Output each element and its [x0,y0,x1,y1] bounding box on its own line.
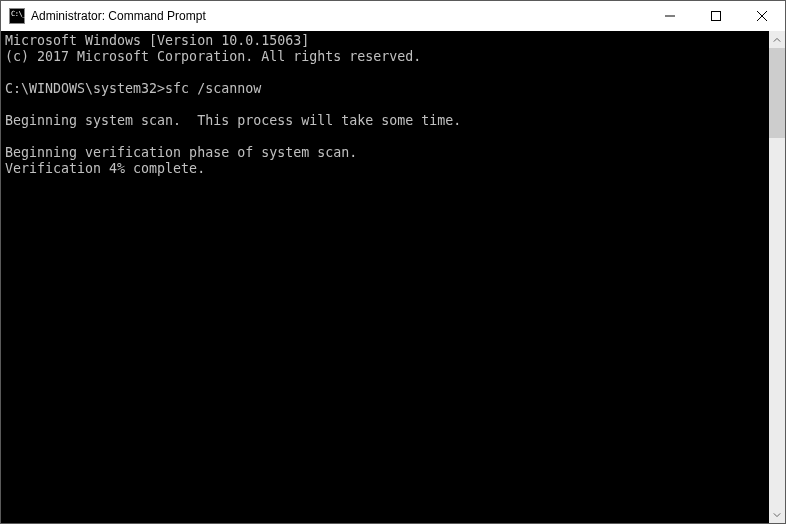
cmd-icon [9,8,25,24]
maximize-button[interactable] [693,1,739,31]
minimize-icon [665,11,675,21]
svg-rect-0 [712,12,721,21]
minimize-button[interactable] [647,1,693,31]
close-icon [757,11,767,21]
maximize-icon [711,11,721,21]
chevron-up-icon [773,36,781,44]
chevron-down-icon [773,511,781,519]
titlebar[interactable]: Administrator: Command Prompt [1,1,785,31]
terminal-output[interactable]: Microsoft Windows [Version 10.0.15063] (… [1,31,769,523]
scroll-down-button[interactable] [769,506,785,523]
window-controls [647,1,785,31]
window-title: Administrator: Command Prompt [31,9,647,23]
close-button[interactable] [739,1,785,31]
scroll-up-button[interactable] [769,31,785,48]
command-prompt-window: Administrator: Command Prompt Microsoft … [0,0,786,524]
vertical-scrollbar[interactable] [769,31,785,523]
scroll-thumb[interactable] [769,48,785,138]
terminal-area: Microsoft Windows [Version 10.0.15063] (… [1,31,785,523]
